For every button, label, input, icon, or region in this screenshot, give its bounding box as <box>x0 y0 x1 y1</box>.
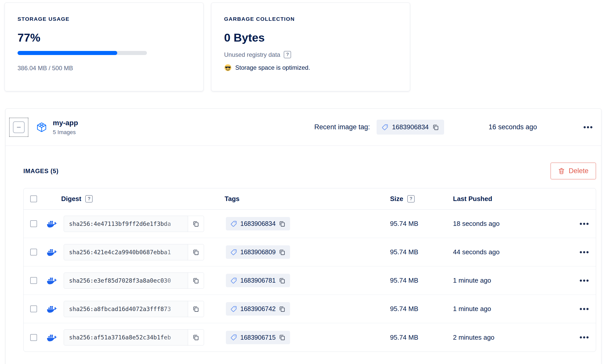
tag-icon <box>230 334 237 341</box>
storage-usage-text: 386.04 MB / 500 MB <box>18 65 191 72</box>
digest-field[interactable]: sha256:4e47113bf9ff2d6e1f3bda <box>64 216 188 232</box>
ellipsis-icon <box>580 279 589 282</box>
collapse-toggle-button[interactable]: − <box>9 118 28 137</box>
docker-icon <box>47 333 58 342</box>
tag-value: 1683906781 <box>240 277 276 284</box>
repository-header: − my-app 5 Images Recent image tag: 1683… <box>6 109 601 146</box>
repository-cube-icon <box>36 122 47 133</box>
copy-tag-icon[interactable] <box>279 221 285 227</box>
tag-badge: 1683906834 <box>226 217 290 230</box>
tag-badge: 1683906715 <box>226 331 290 344</box>
ellipsis-icon <box>580 336 589 339</box>
copy-tag-icon[interactable] <box>279 334 285 341</box>
tag-badge: 1683906742 <box>226 302 290 316</box>
copy-digest-button[interactable] <box>188 272 204 289</box>
recent-tag-badge: 1683906834 <box>377 120 444 135</box>
digest-text: sha256:e3ef85d7028f3a8a0ec030 <box>69 277 171 284</box>
copy-icon <box>193 306 199 312</box>
digest-field[interactable]: sha256:af51a3716a8e52c34b1feb <box>64 329 188 345</box>
size-help-icon[interactable]: ? <box>407 195 415 203</box>
copy-tag-icon[interactable] <box>279 306 285 312</box>
copy-icon <box>193 277 199 284</box>
tag-icon <box>230 249 237 256</box>
copy-tag-icon[interactable] <box>279 277 285 284</box>
gc-subtitle-text: Unused registry data <box>224 51 280 58</box>
ellipsis-icon <box>580 223 589 225</box>
last-pushed-column-header: Last Pushed <box>453 195 492 203</box>
row-checkbox[interactable] <box>30 334 37 341</box>
copy-icon <box>193 221 199 227</box>
images-section: IMAGES (5) Delete Digest ? Tags Size <box>6 146 601 364</box>
size-column-header: Size <box>390 195 403 203</box>
tag-icon <box>230 277 237 284</box>
storage-progress-fill <box>18 51 117 55</box>
sunglasses-emoji-icon <box>224 64 232 71</box>
recent-tag-value: 1683906834 <box>392 123 429 131</box>
tag-badge: 1683906781 <box>226 274 290 287</box>
ellipsis-icon <box>580 308 589 310</box>
images-section-title: IMAGES (5) <box>23 168 59 175</box>
row-menu-button[interactable] <box>578 306 591 312</box>
tag-value: 1683906809 <box>240 248 276 256</box>
recent-tag-label: Recent image tag: <box>314 123 370 131</box>
tag-value: 1683906715 <box>240 334 276 341</box>
table-row: sha256:4e47113bf9ff2d6e1f3bda 1683906834… <box>24 210 596 238</box>
image-last-pushed: 1 minute ago <box>453 305 572 313</box>
delete-button-label: Delete <box>569 167 588 175</box>
copy-tag-icon[interactable] <box>279 249 285 256</box>
storage-card-title: STORAGE USAGE <box>18 16 191 22</box>
digest-field[interactable]: sha256:421e4c2a9940b0687ebba1 <box>64 244 188 260</box>
digest-text: sha256:af51a3716a8e52c34b1feb <box>69 334 171 341</box>
row-menu-button[interactable] <box>578 221 591 227</box>
digest-help-icon[interactable]: ? <box>85 195 93 203</box>
gc-help-icon[interactable]: ? <box>284 51 291 58</box>
row-menu-button[interactable] <box>578 334 591 341</box>
digest-field[interactable]: sha256:a8fbcad16d4072a3fff873 <box>64 301 188 317</box>
row-menu-button[interactable] <box>578 277 591 284</box>
digest-text: sha256:421e4c2a9940b0687ebba1 <box>69 249 171 256</box>
copy-digest-button[interactable] <box>188 301 204 317</box>
copy-digest-button[interactable] <box>188 329 204 345</box>
repository-menu-button[interactable] <box>581 124 595 131</box>
trash-icon <box>558 168 565 174</box>
repository-name: my-app <box>53 119 78 127</box>
table-row: sha256:a8fbcad16d4072a3fff873 1683906742… <box>24 295 596 323</box>
row-checkbox[interactable] <box>30 305 37 312</box>
image-size: 95.74 MB <box>384 277 453 284</box>
image-size: 95.74 MB <box>384 305 453 313</box>
image-last-pushed: 18 seconds ago <box>453 220 572 228</box>
gc-amount: 0 Bytes <box>224 31 397 44</box>
image-last-pushed: 2 minutes ago <box>453 334 572 341</box>
digest-text: sha256:a8fbcad16d4072a3fff873 <box>69 306 171 312</box>
image-last-pushed: 44 seconds ago <box>453 248 572 256</box>
table-row: sha256:af51a3716a8e52c34b1feb 1683906715… <box>24 323 596 352</box>
storage-progress-bar <box>18 51 147 55</box>
row-menu-button[interactable] <box>578 249 591 256</box>
row-checkbox[interactable] <box>30 220 37 227</box>
tag-value: 1683906742 <box>240 305 276 313</box>
digest-column-header: Digest <box>61 195 81 203</box>
storage-usage-card: STORAGE USAGE 77% 386.04 MB / 500 MB <box>5 3 204 91</box>
repository-image-count: 5 Images <box>53 129 78 136</box>
copy-digest-button[interactable] <box>188 244 204 260</box>
docker-icon <box>47 220 58 228</box>
digest-field[interactable]: sha256:e3ef85d7028f3a8a0ec030 <box>64 272 188 289</box>
tags-column-header: Tags <box>225 195 240 203</box>
copy-digest-button[interactable] <box>188 216 204 232</box>
select-all-checkbox[interactable] <box>30 195 37 202</box>
tag-value: 1683906834 <box>240 220 276 227</box>
row-checkbox[interactable] <box>30 249 37 256</box>
gc-status-text: Storage space is optimized. <box>235 64 310 71</box>
docker-icon <box>47 276 58 285</box>
row-checkbox[interactable] <box>30 277 37 284</box>
tag-badge: 1683906809 <box>226 245 290 259</box>
copy-recent-tag-icon[interactable] <box>432 124 439 131</box>
repository-card: − my-app 5 Images Recent image tag: 1683… <box>5 108 601 364</box>
garbage-collection-card: GARBAGE COLLECTION 0 Bytes Unused regist… <box>211 3 410 91</box>
summary-cards: STORAGE USAGE 77% 386.04 MB / 500 MB GAR… <box>5 3 606 91</box>
digest-text: sha256:4e47113bf9ff2d6e1f3bda <box>69 221 171 227</box>
minus-icon: − <box>13 121 25 133</box>
delete-button[interactable]: Delete <box>550 162 596 179</box>
docker-icon <box>47 248 58 256</box>
image-last-pushed: 1 minute ago <box>453 277 572 284</box>
